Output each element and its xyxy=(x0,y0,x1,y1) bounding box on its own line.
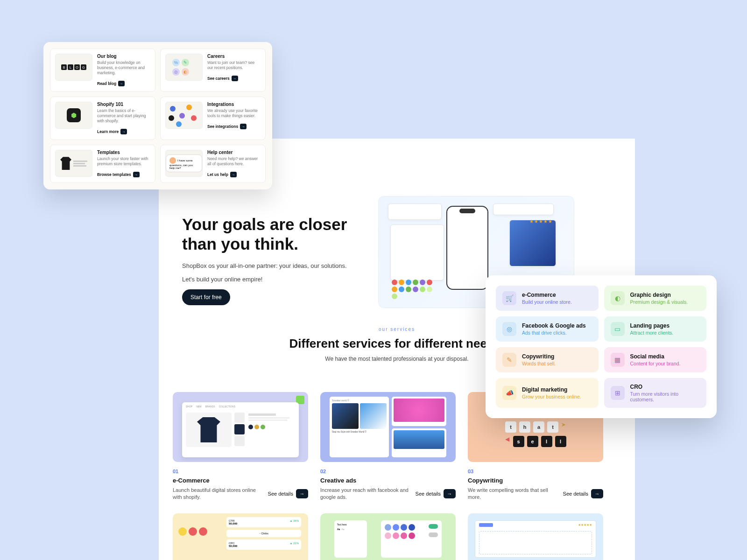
dropdown-item-blog[interactable]: BLOG Our blogBuild your knowledge on bus… xyxy=(50,49,155,92)
dropdown-item-careers[interactable]: %✎◎◐ CareersWant to join our team? see o… xyxy=(160,49,266,92)
monitor-icon: ▭ xyxy=(611,322,625,336)
read-blog-link[interactable]: Read blog→ xyxy=(97,81,125,86)
stars-icon: ★★★★★ xyxy=(529,219,553,224)
see-details-link[interactable]: See details→ xyxy=(563,489,603,498)
ticket-icon: ⊞ xyxy=(611,386,625,400)
cursor-icon: ➤ xyxy=(561,421,566,433)
hero-title: Your goals are closerthan you think. xyxy=(182,215,378,254)
dropdown-item-social[interactable]: ▦Social mediaContent for your brand. xyxy=(604,347,707,372)
see-details-link[interactable]: See details→ xyxy=(268,489,308,498)
megaphone-icon: 📣 xyxy=(502,386,516,400)
service-cards-row-2: CTR50,000▲ 34% ◦ Clicks CPC50,000▲ 22% T… xyxy=(173,513,603,560)
see-careers-link[interactable]: See careers→ xyxy=(207,76,238,81)
templates-thumb-icon xyxy=(55,150,92,177)
blog-thumb-icon: BLOG xyxy=(55,54,92,81)
service-desc: We write compelling words that sell more… xyxy=(468,487,563,501)
service-desc: Launch beautiful digital stores online w… xyxy=(173,487,268,501)
careers-thumb-icon: %✎◎◐ xyxy=(165,54,203,81)
service-number: 02 xyxy=(320,469,456,474)
service-name: Creative ads xyxy=(320,477,456,484)
arrow-right-icon: → xyxy=(296,489,308,498)
learn-more-link[interactable]: Learn more→ xyxy=(97,129,127,134)
dropdown-item-marketing[interactable]: 📣Digital marketingGrow your business onl… xyxy=(496,378,599,408)
image-icon: ▦ xyxy=(611,353,625,367)
cursor-icon: ◀ xyxy=(505,436,509,447)
arrow-right-icon: → xyxy=(444,489,456,498)
service-desc: Increase your reach with facebook and go… xyxy=(320,487,416,501)
arrow-right-icon: → xyxy=(591,489,603,498)
service-name: Copywriting xyxy=(468,477,603,484)
services-dropdown: 🛒e-CommerceBuild your online store. ◐Gra… xyxy=(486,275,717,418)
hero-sub2: Let's build your online empire! xyxy=(182,276,378,283)
service-card-ecommerce[interactable]: SHOPNEWBRANDSCOLLECTIONS xyxy=(173,392,308,501)
hero-cta-button[interactable]: Start for free xyxy=(182,289,230,305)
service-name: e-Commerce xyxy=(173,477,308,484)
dropdown-item-landing[interactable]: ▭Landing pagesAttract more clients. xyxy=(604,316,707,342)
service-number: 01 xyxy=(173,469,308,474)
dropdown-item-shopify101[interactable]: ⬢ Shopify 101Learn the basics of e-comme… xyxy=(50,97,155,140)
dropdown-item-copy[interactable]: ✎CopywritingWords that sell. xyxy=(496,347,599,372)
see-details-link[interactable]: See details→ xyxy=(416,489,456,498)
dropdown-item-help[interactable]: I have some questions, can you help me? … xyxy=(160,145,266,183)
let-us-help-link[interactable]: Let us help→ xyxy=(207,172,237,177)
hero-sub1: ShopBox os your all-in-one partner: your… xyxy=(182,262,378,269)
cart-icon: 🛒 xyxy=(502,291,516,305)
see-integrations-link[interactable]: See integrations→ xyxy=(207,124,247,129)
help-thumb-icon: I have some questions, can you help me? xyxy=(165,150,203,177)
dropdown-item-integrations[interactable]: IntegrationsWe already use your favorite… xyxy=(160,97,266,140)
shopify-thumb-icon: ⬢ xyxy=(55,102,92,129)
browse-templates-link[interactable]: Browse templates→ xyxy=(97,172,140,177)
dropdown-item-cro[interactable]: ⊞CROTurn more visitors into customers. xyxy=(604,378,707,408)
mouse-icon: ◐ xyxy=(611,291,625,305)
service-number: 03 xyxy=(468,469,603,474)
target-icon: ◎ xyxy=(502,322,516,336)
pencil-icon: ✎ xyxy=(502,353,516,367)
resources-dropdown: BLOG Our blogBuild your knowledge on bus… xyxy=(43,42,272,189)
dropdown-item-ads[interactable]: ◎Facebook & Google adsAds that drive cli… xyxy=(496,316,599,342)
dropdown-item-ecommerce[interactable]: 🛒e-CommerceBuild your online store. xyxy=(496,286,599,311)
phone-mockup-icon xyxy=(446,206,488,290)
dropdown-item-templates[interactable]: TemplatesLaunch your store faster with p… xyxy=(50,145,155,183)
dropdown-item-graphic[interactable]: ◐Graphic designPremium design & visuals. xyxy=(604,286,707,311)
service-card-ads[interactable]: Sneaker world © Step into Style with Sne… xyxy=(320,392,456,501)
integrations-thumb-icon xyxy=(165,102,203,129)
